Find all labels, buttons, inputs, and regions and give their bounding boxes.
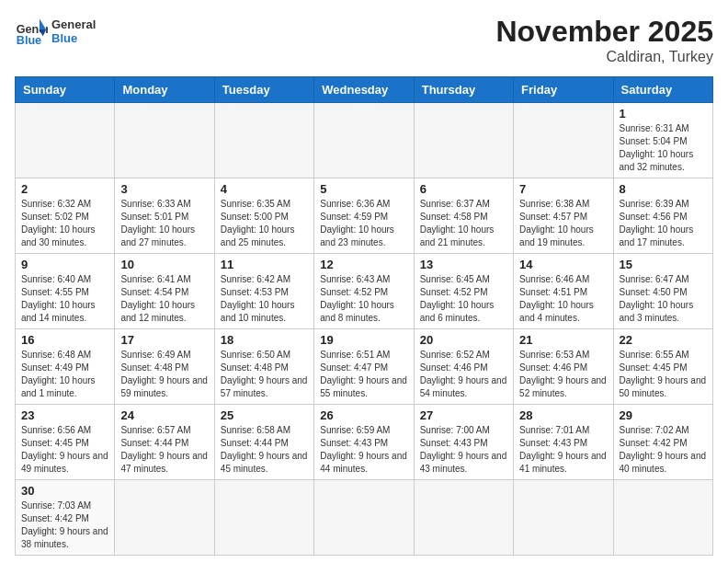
day-info: Sunrise: 7:02 AM Sunset: 4:42 PM Dayligh… [620, 424, 707, 476]
day-info: Sunrise: 6:42 AM Sunset: 4:53 PM Dayligh… [221, 273, 308, 325]
day-number: 30 [21, 484, 108, 498]
day-info: Sunrise: 6:41 AM Sunset: 4:54 PM Dayligh… [120, 273, 208, 325]
calendar-cell: 27Sunrise: 7:00 AM Sunset: 4:43 PM Dayli… [414, 405, 513, 480]
day-number: 14 [519, 258, 607, 271]
calendar-cell: 13Sunrise: 6:45 AM Sunset: 4:52 PM Dayli… [414, 254, 513, 329]
day-info: Sunrise: 6:35 AM Sunset: 5:00 PM Dayligh… [221, 198, 308, 249]
calendar-cell [115, 480, 214, 556]
calendar-cell [214, 480, 313, 556]
calendar-cell [314, 480, 414, 556]
calendar-cell: 18Sunrise: 6:50 AM Sunset: 4:48 PM Dayli… [214, 329, 313, 405]
day-info: Sunrise: 6:39 AM Sunset: 4:56 PM Dayligh… [620, 198, 707, 249]
day-info: Sunrise: 6:46 AM Sunset: 4:51 PM Dayligh… [519, 273, 607, 325]
day-info: Sunrise: 6:45 AM Sunset: 4:52 PM Dayligh… [420, 273, 507, 325]
day-info: Sunrise: 6:43 AM Sunset: 4:52 PM Dayligh… [320, 273, 407, 325]
calendar-cell: 19Sunrise: 6:51 AM Sunset: 4:47 PM Dayli… [314, 329, 414, 405]
day-number: 22 [620, 333, 707, 347]
day-info: Sunrise: 6:59 AM Sunset: 4:43 PM Dayligh… [320, 424, 407, 476]
calendar-week-1: 1Sunrise: 6:31 AM Sunset: 5:04 PM Daylig… [16, 103, 713, 178]
day-header-monday: Monday [115, 77, 214, 103]
day-info: Sunrise: 7:03 AM Sunset: 4:42 PM Dayligh… [21, 500, 108, 551]
calendar-cell: 3Sunrise: 6:33 AM Sunset: 5:01 PM Daylig… [115, 178, 214, 254]
calendar-cell: 12Sunrise: 6:43 AM Sunset: 4:52 PM Dayli… [314, 254, 414, 329]
calendar-cell: 24Sunrise: 6:57 AM Sunset: 4:44 PM Dayli… [115, 405, 214, 480]
calendar-cell [214, 103, 313, 178]
day-info: Sunrise: 6:49 AM Sunset: 4:48 PM Dayligh… [120, 349, 208, 400]
day-number: 10 [120, 258, 208, 271]
calendar-cell [314, 103, 414, 178]
day-number: 4 [221, 182, 308, 196]
calendar-cell: 21Sunrise: 6:53 AM Sunset: 4:46 PM Dayli… [514, 329, 613, 405]
day-info: Sunrise: 6:47 AM Sunset: 4:50 PM Dayligh… [620, 273, 707, 325]
calendar-cell [414, 103, 513, 178]
day-number: 15 [620, 258, 707, 271]
day-info: Sunrise: 6:48 AM Sunset: 4:49 PM Dayligh… [21, 349, 108, 400]
calendar-cell: 23Sunrise: 6:56 AM Sunset: 4:45 PM Dayli… [16, 405, 115, 480]
calendar-week-2: 2Sunrise: 6:32 AM Sunset: 5:02 PM Daylig… [16, 178, 713, 254]
day-header-sunday: Sunday [16, 77, 115, 103]
day-info: Sunrise: 6:33 AM Sunset: 5:01 PM Dayligh… [120, 198, 208, 249]
day-number: 3 [120, 182, 208, 196]
day-number: 5 [320, 182, 407, 196]
day-header-saturday: Saturday [613, 77, 712, 103]
day-info: Sunrise: 6:38 AM Sunset: 4:57 PM Dayligh… [519, 198, 607, 249]
day-header-friday: Friday [514, 77, 613, 103]
day-info: Sunrise: 6:40 AM Sunset: 4:55 PM Dayligh… [21, 273, 108, 325]
day-info: Sunrise: 6:58 AM Sunset: 4:44 PM Dayligh… [221, 424, 308, 476]
day-number: 25 [221, 408, 308, 422]
day-number: 8 [620, 182, 707, 196]
calendar-week-3: 9Sunrise: 6:40 AM Sunset: 4:55 PM Daylig… [16, 254, 713, 329]
location-title: Caldiran, Turkey [495, 49, 713, 65]
day-number: 16 [21, 333, 108, 347]
day-number: 28 [519, 408, 607, 422]
title-area: November 2025 Caldiran, Turkey [495, 15, 713, 65]
calendar-cell: 16Sunrise: 6:48 AM Sunset: 4:49 PM Dayli… [16, 329, 115, 405]
day-header-tuesday: Tuesday [214, 77, 313, 103]
calendar-cell: 7Sunrise: 6:38 AM Sunset: 4:57 PM Daylig… [514, 178, 613, 254]
day-number: 13 [420, 258, 507, 271]
day-info: Sunrise: 6:36 AM Sunset: 4:59 PM Dayligh… [320, 198, 407, 249]
calendar-cell: 28Sunrise: 7:01 AM Sunset: 4:43 PM Dayli… [514, 405, 613, 480]
calendar-cell: 30Sunrise: 7:03 AM Sunset: 4:42 PM Dayli… [16, 480, 115, 556]
day-info: Sunrise: 6:50 AM Sunset: 4:48 PM Dayligh… [221, 349, 308, 400]
header: General Blue General Blue November 2025 … [15, 15, 713, 65]
day-number: 24 [120, 408, 208, 422]
day-info: Sunrise: 6:52 AM Sunset: 4:46 PM Dayligh… [420, 349, 507, 400]
day-number: 26 [320, 408, 407, 422]
calendar-cell: 26Sunrise: 6:59 AM Sunset: 4:43 PM Dayli… [314, 405, 414, 480]
logo-general: General [51, 17, 96, 31]
calendar-cell: 29Sunrise: 7:02 AM Sunset: 4:42 PM Dayli… [613, 405, 712, 480]
calendar-cell: 15Sunrise: 6:47 AM Sunset: 4:50 PM Dayli… [613, 254, 712, 329]
calendar-cell: 6Sunrise: 6:37 AM Sunset: 4:58 PM Daylig… [414, 178, 513, 254]
day-number: 17 [120, 333, 208, 347]
calendar-cell: 14Sunrise: 6:46 AM Sunset: 4:51 PM Dayli… [514, 254, 613, 329]
logo: General Blue General Blue [15, 15, 96, 48]
logo-icon: General Blue [15, 15, 48, 48]
logo-blue: Blue [51, 31, 96, 45]
day-number: 21 [519, 333, 607, 347]
day-header-wednesday: Wednesday [314, 77, 414, 103]
calendar-cell: 2Sunrise: 6:32 AM Sunset: 5:02 PM Daylig… [16, 178, 115, 254]
svg-text:Blue: Blue [17, 34, 41, 47]
day-info: Sunrise: 6:53 AM Sunset: 4:46 PM Dayligh… [519, 349, 607, 400]
day-header-thursday: Thursday [414, 77, 513, 103]
calendar-cell: 1Sunrise: 6:31 AM Sunset: 5:04 PM Daylig… [613, 103, 712, 178]
day-info: Sunrise: 6:31 AM Sunset: 5:04 PM Dayligh… [620, 122, 707, 174]
calendar-week-6: 30Sunrise: 7:03 AM Sunset: 4:42 PM Dayli… [16, 480, 713, 556]
calendar-cell [613, 480, 712, 556]
calendar-cell: 10Sunrise: 6:41 AM Sunset: 4:54 PM Dayli… [115, 254, 214, 329]
day-info: Sunrise: 6:57 AM Sunset: 4:44 PM Dayligh… [120, 424, 208, 476]
day-number: 9 [21, 258, 108, 271]
calendar-cell [16, 103, 115, 178]
day-number: 2 [21, 182, 108, 196]
day-info: Sunrise: 6:55 AM Sunset: 4:45 PM Dayligh… [620, 349, 707, 400]
day-number: 19 [320, 333, 407, 347]
day-number: 7 [519, 182, 607, 196]
day-number: 11 [221, 258, 308, 271]
calendar-cell [514, 480, 613, 556]
day-number: 18 [221, 333, 308, 347]
day-number: 12 [320, 258, 407, 271]
calendar-cell: 17Sunrise: 6:49 AM Sunset: 4:48 PM Dayli… [115, 329, 214, 405]
calendar: SundayMondayTuesdayWednesdayThursdayFrid… [15, 76, 713, 556]
day-number: 6 [420, 182, 507, 196]
